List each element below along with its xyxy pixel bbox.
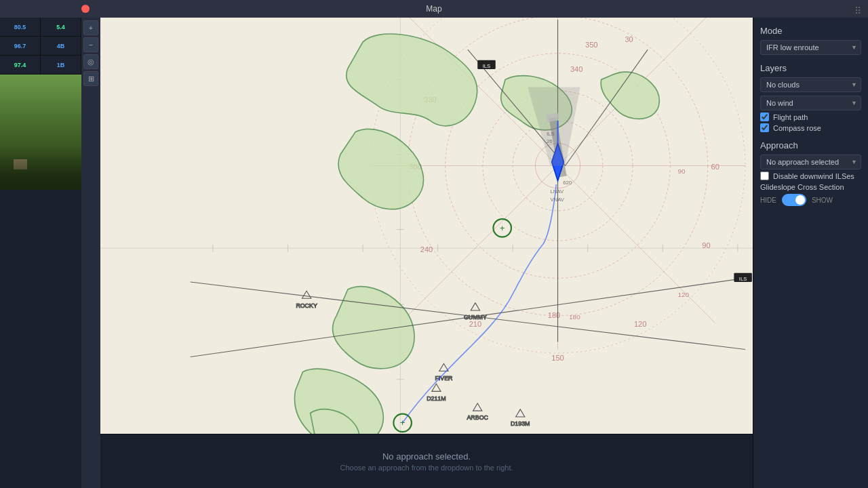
svg-text:60: 60 — [711, 163, 719, 171]
no-approach-text: No approach selected. — [382, 451, 471, 462]
svg-text:620: 620 — [563, 180, 572, 186]
svg-text:D193M: D193M — [511, 420, 530, 427]
landscape-structure — [14, 159, 27, 169]
instrument-cell-6: 1B — [41, 56, 81, 74]
instrument-cell-3: 96.7 — [0, 37, 41, 55]
svg-text:30: 30 — [625, 35, 633, 43]
compass-rose-checkbox[interactable] — [760, 123, 769, 132]
svg-text:180: 180 — [548, 311, 560, 319]
show-label: SHOW — [812, 197, 833, 204]
glideslope-title: Glideslope Cross Section — [760, 183, 861, 191]
svg-text:VNAV: VNAV — [550, 197, 564, 203]
clouds-dropdown[interactable]: No clouds Clouds — [760, 77, 861, 92]
map-svg: 0 30 60 90 120 150 180 210 240 300 330 3… — [100, 18, 753, 434]
glideslope-toggle[interactable] — [782, 194, 806, 206]
mode-title: Mode — [760, 26, 861, 36]
instrument-cell-5: 97.4 — [0, 56, 41, 74]
svg-text:LNAV: LNAV — [550, 188, 564, 195]
map-button-column: + − ◎ ⊞ — [81, 18, 100, 488]
map-container[interactable]: 0 30 60 90 120 150 180 210 240 300 330 3… — [100, 18, 753, 434]
map-center-button[interactable]: ◎ — [83, 54, 98, 69]
mode-dropdown[interactable]: IFR low enroute IFR high enroute VFR — [760, 40, 861, 55]
disable-downwind-label[interactable]: Disable downwind ILSes — [773, 172, 854, 180]
svg-text:340: 340 — [570, 65, 583, 73]
map-zoom-in-button[interactable]: + — [83, 20, 98, 35]
hide-label: HIDE — [760, 197, 776, 204]
approach-title: Approach — [760, 140, 861, 150]
instrument-row-1: 80.5 5.4 — [0, 18, 81, 37]
right-panel: Mode IFR low enroute IFR high enroute VF… — [753, 18, 868, 488]
window-dots: ⠿ — [854, 5, 861, 16]
approach-dropdown[interactable]: No approach selected — [760, 155, 861, 169]
landscape-view — [0, 75, 81, 190]
mode-section: Mode IFR low enroute IFR high enroute VF… — [760, 26, 861, 55]
svg-text:120: 120 — [677, 291, 689, 298]
svg-text:ILS: ILS — [483, 63, 491, 69]
glideslope-toggle-row: HIDE SHOW — [760, 194, 861, 206]
instrument-cell-4: 4B — [41, 37, 81, 55]
close-button[interactable] — [81, 5, 90, 13]
svg-text:350: 350 — [585, 41, 597, 49]
bottom-status-bar: No approach selected. Choose an approach… — [100, 434, 753, 488]
titlebar: Map ⠿ — [0, 0, 868, 18]
left-column: 80.5 5.4 96.7 4B 97.4 1B — [0, 18, 81, 488]
instrument-cell-2: 5.4 — [41, 18, 81, 36]
instrument-row-2: 96.7 4B — [0, 37, 81, 56]
main-area: 0 30 60 90 120 150 180 210 240 300 330 3… — [100, 18, 753, 488]
svg-text:90: 90 — [677, 167, 686, 175]
instrument-panel: 80.5 5.4 96.7 4B 97.4 1B — [0, 18, 81, 75]
flight-path-checkbox[interactable] — [760, 113, 769, 121]
layers-title: Layers — [760, 63, 861, 73]
layers-section: Layers No clouds Clouds ▼ No wind Wind ▼… — [760, 63, 861, 132]
approach-dropdown-wrapper[interactable]: No approach selected ▼ — [760, 155, 861, 169]
svg-text:ARBOC: ARBOC — [467, 414, 488, 421]
approach-section: Approach No approach selected ▼ Disable … — [760, 140, 861, 206]
flight-path-row: Flight path — [760, 113, 861, 121]
wind-dropdown[interactable]: No wind Wind — [760, 96, 861, 110]
svg-text:ILS: ILS — [547, 131, 555, 137]
disable-downwind-checkbox[interactable] — [760, 171, 769, 180]
svg-text:26: 26 — [547, 138, 553, 144]
svg-text:240: 240 — [420, 245, 433, 253]
instrument-row-3: 97.4 1B — [0, 56, 81, 75]
flight-path-label[interactable]: Flight path — [773, 113, 808, 121]
svg-text:150: 150 — [551, 354, 564, 362]
map-layers-button[interactable]: ⊞ — [83, 71, 98, 86]
svg-text:90: 90 — [702, 241, 710, 249]
svg-text:ILS: ILS — [739, 276, 747, 282]
svg-text:ROCKY: ROCKY — [296, 302, 317, 309]
compass-rose-label[interactable]: Compass rose — [773, 124, 821, 132]
svg-text:+: + — [500, 223, 505, 233]
map-zoom-out-button[interactable]: − — [83, 37, 98, 52]
wind-dropdown-wrapper[interactable]: No wind Wind ▼ — [760, 96, 861, 110]
instrument-cell-1: 80.5 — [0, 18, 41, 36]
window-title: Map — [426, 4, 441, 14]
svg-text:GUMMY: GUMMY — [464, 314, 487, 321]
mode-dropdown-wrapper[interactable]: IFR low enroute IFR high enroute VFR ▼ — [760, 40, 861, 55]
approach-hint-text: Choose an approach from the dropdown to … — [340, 464, 513, 472]
svg-text:120: 120 — [634, 320, 646, 328]
clouds-dropdown-wrapper[interactable]: No clouds Clouds ▼ — [760, 77, 861, 92]
compass-rose-row: Compass rose — [760, 123, 861, 132]
disable-downwind-row: Disable downwind ILSes — [760, 171, 861, 180]
svg-text:180: 180 — [569, 313, 580, 321]
svg-text:D211M: D211M — [427, 395, 446, 402]
svg-text:210: 210 — [469, 320, 481, 328]
